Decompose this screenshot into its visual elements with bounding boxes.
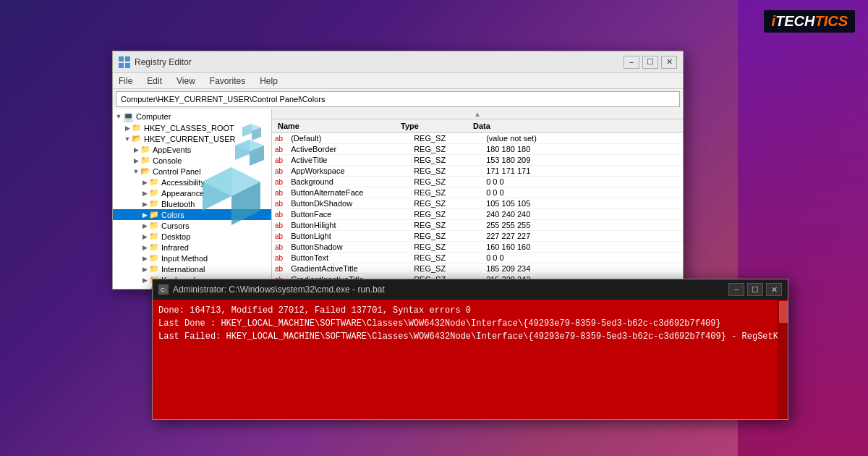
table-row[interactable]: ab AppWorkspace REG_SZ 171 171 171 bbox=[272, 166, 683, 177]
tree-item-appearance[interactable]: ▶ 📁 Appearance bbox=[113, 187, 271, 198]
registry-menubar: File Edit View Favorites Help bbox=[113, 73, 683, 89]
folder-icon-international: 📁 bbox=[149, 264, 159, 274]
row-data-buttontext: 0 0 0 bbox=[480, 253, 683, 262]
tree-item-computer[interactable]: ▼ 💻 Computer bbox=[113, 111, 271, 122]
table-row[interactable]: ab (Default) REG_SZ (value not set) bbox=[272, 133, 683, 144]
registry-close-button[interactable]: ✕ bbox=[661, 56, 677, 69]
tree-item-desktop[interactable]: ▶ 📁 Desktop bbox=[113, 231, 271, 242]
folder-icon-infrared: 📁 bbox=[149, 242, 159, 252]
tree-item-hkcu[interactable]: ▼ 📂 HKEY_CURRENT_USER bbox=[113, 133, 271, 144]
menu-view[interactable]: View bbox=[174, 75, 198, 87]
row-type-appworkspace: REG_SZ bbox=[408, 166, 480, 175]
reg-value-icon: ab bbox=[275, 243, 283, 251]
table-row[interactable]: ab ActiveBorder REG_SZ 180 180 180 bbox=[272, 144, 683, 155]
table-row[interactable]: ab ActiveTitle REG_SZ 153 180 209 bbox=[272, 155, 683, 166]
row-type-buttonaltface: REG_SZ bbox=[408, 188, 480, 197]
row-name-default: (Default) bbox=[285, 134, 408, 143]
row-name-buttonaltface: ButtonAlternateFace bbox=[285, 188, 408, 197]
tree-item-inputmethod[interactable]: ▶ 📁 Input Method bbox=[113, 253, 271, 263]
folder-icon-console: 📁 bbox=[140, 156, 150, 165]
menu-favorites[interactable]: Favorites bbox=[207, 75, 248, 87]
registry-title-left: Registry Editor bbox=[119, 56, 192, 68]
table-row[interactable]: ab ButtonFace REG_SZ 240 240 240 bbox=[272, 209, 683, 220]
table-row[interactable]: ab ButtonDkShadow REG_SZ 105 105 105 bbox=[272, 198, 683, 209]
scrollbar-up[interactable]: ▲ bbox=[272, 109, 683, 119]
cmd-scrollbar-thumb[interactable] bbox=[779, 301, 788, 323]
table-row[interactable]: ab Background REG_SZ 0 0 0 bbox=[272, 177, 683, 187]
tree-item-infrared[interactable]: ▶ 📁 Infrared bbox=[113, 242, 271, 253]
row-data-buttonlight: 227 227 227 bbox=[480, 232, 683, 240]
tree-item-international[interactable]: ▶ 📁 International bbox=[113, 263, 271, 274]
row-name-appworkspace: AppWorkspace bbox=[285, 166, 408, 175]
row-data-default: (value not set) bbox=[480, 134, 683, 143]
address-bar[interactable]: Computer\HKEY_CURRENT_USER\Control Panel… bbox=[116, 91, 680, 107]
tree-label-hkcr: HKEY_CLASSES_ROOT bbox=[144, 124, 234, 132]
cmd-title-text: Administrator: C:\Windows\system32\cmd.e… bbox=[173, 284, 385, 295]
svg-rect-1 bbox=[125, 56, 130, 62]
tree-arrow-cursors: ▶ bbox=[140, 222, 149, 229]
svg-rect-3 bbox=[125, 63, 130, 68]
folder-icon-appearance: 📁 bbox=[149, 188, 159, 198]
tree-item-colors[interactable]: ▶ 📁 Colors bbox=[113, 209, 271, 220]
registry-editor-window: Registry Editor − ☐ ✕ File Edit View Fav… bbox=[112, 51, 684, 290]
tree-item-cursors[interactable]: ▶ 📁 Cursors bbox=[113, 220, 271, 231]
registry-window-controls: − ☐ ✕ bbox=[624, 56, 677, 69]
menu-edit[interactable]: Edit bbox=[144, 75, 165, 87]
row-type-background: REG_SZ bbox=[408, 177, 480, 186]
cmd-line-2: Last Done : HKEY_LOCAL_MACHINE\SOFTWARE\… bbox=[158, 317, 782, 330]
logo-tech: TECH bbox=[775, 13, 814, 29]
reg-value-icon: ab bbox=[275, 145, 283, 153]
tree-arrow-infrared: ▶ bbox=[140, 244, 149, 251]
row-data-buttonaltface: 0 0 0 bbox=[480, 188, 683, 197]
cmd-window: C: Administrator: C:\Windows\system32\cm… bbox=[152, 279, 788, 420]
cmd-line-1: Done: 164713, Modified 27012, Failed 137… bbox=[158, 304, 782, 317]
row-type-buttonface: REG_SZ bbox=[408, 210, 480, 219]
row-type-activetitle: REG_SZ bbox=[408, 156, 480, 164]
cmd-minimize-button[interactable]: − bbox=[728, 283, 744, 296]
cmd-icon: C: bbox=[158, 284, 169, 295]
tree-item-console[interactable]: ▶ 📁 Console bbox=[113, 155, 271, 166]
folder-icon-bluetooth: 📁 bbox=[149, 199, 159, 208]
tree-label-appearance: Appearance bbox=[161, 189, 204, 198]
reg-value-icon: ab bbox=[275, 167, 283, 175]
tree-item-hkcr[interactable]: ▶ 📁 HKEY_CLASSES_ROOT bbox=[113, 122, 271, 133]
tree-item-controlpanel[interactable]: ▼ 📂 Control Panel bbox=[113, 166, 271, 177]
table-row[interactable]: ab ButtonShadow REG_SZ 160 160 160 bbox=[272, 242, 683, 253]
registry-data-panel: ▲ Name Type Data ab (Default) REG_SZ (va… bbox=[272, 109, 683, 289]
registry-icon bbox=[119, 56, 130, 68]
cmd-scrollbar[interactable] bbox=[778, 300, 788, 419]
row-data-buttonhilight: 255 255 255 bbox=[480, 221, 683, 229]
folder-icon-hkcr: 📁 bbox=[132, 123, 142, 132]
tree-arrow-console: ▶ bbox=[132, 157, 140, 164]
table-row[interactable]: ab GradientActiveTitle REG_SZ 185 209 23… bbox=[272, 263, 683, 274]
registry-minimize-button[interactable]: − bbox=[624, 56, 639, 69]
tree-label-appevents: AppEvents bbox=[153, 145, 191, 154]
tree-label-cursors: Cursors bbox=[161, 221, 190, 230]
row-type-buttonhilight: REG_SZ bbox=[408, 221, 480, 229]
row-name-activetitle: ActiveTitle bbox=[285, 156, 408, 164]
menu-file[interactable]: File bbox=[116, 75, 135, 87]
table-row[interactable]: ab ButtonHilight REG_SZ 255 255 255 bbox=[272, 220, 683, 231]
registry-maximize-button[interactable]: ☐ bbox=[642, 56, 658, 69]
svg-rect-0 bbox=[119, 56, 124, 62]
cmd-titlebar: C: Administrator: C:\Windows\system32\cm… bbox=[153, 279, 788, 300]
table-row[interactable]: ab ButtonAlternateFace REG_SZ 0 0 0 bbox=[272, 187, 683, 198]
tree-item-appevents[interactable]: ▶ 📁 AppEvents bbox=[113, 144, 271, 155]
cmd-maximize-button[interactable]: ☐ bbox=[747, 283, 763, 296]
menu-help[interactable]: Help bbox=[257, 75, 281, 87]
folder-icon-hkcu: 📂 bbox=[132, 134, 142, 143]
reg-value-icon: ab bbox=[275, 265, 283, 273]
tree-item-bluetooth[interactable]: ▶ 📁 Bluetooth bbox=[113, 198, 271, 209]
row-name-buttondkshadow: ButtonDkShadow bbox=[285, 199, 408, 208]
tree-arrow-appearance: ▶ bbox=[140, 190, 149, 197]
table-row[interactable]: ab ButtonText REG_SZ 0 0 0 bbox=[272, 253, 683, 263]
computer-icon: 💻 bbox=[123, 111, 134, 122]
tree-arrow-colors: ▶ bbox=[140, 211, 149, 219]
reg-value-icon: ab bbox=[275, 211, 283, 219]
cmd-close-button[interactable]: ✕ bbox=[766, 283, 782, 296]
tree-item-accessibility[interactable]: ▶ 📁 Accessibility bbox=[113, 177, 271, 187]
cmd-title-left: C: Administrator: C:\Windows\system32\cm… bbox=[158, 284, 385, 295]
row-name-buttonhilight: ButtonHilight bbox=[285, 221, 408, 229]
registry-content: ▼ 💻 Computer ▶ 📁 HKEY_CLASSES_ROOT ▼ 📂 H… bbox=[113, 109, 683, 289]
table-row[interactable]: ab ButtonLight REG_SZ 227 227 227 bbox=[272, 231, 683, 242]
